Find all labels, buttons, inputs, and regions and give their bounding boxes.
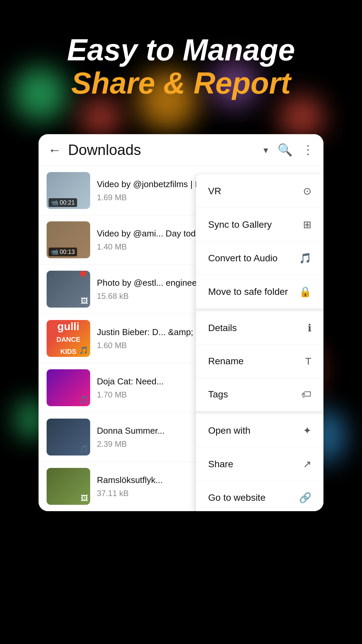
header-line2: Share & Report [0,67,362,100]
menu-icon-tags: 🏷 [301,389,311,400]
menu-label-vr: VR [208,186,221,197]
context-menu: VR⊙Sync to Gallery⊞Convert to Audio🎵Move… [196,174,323,511]
menu-item-website[interactable]: Go to website🔗 [196,481,323,511]
menu-icon-vr: ⊙ [303,185,311,197]
thumbnail: gulliDANCEKIDS 🎵 [47,320,90,357]
menu-icon-safe: 🔒 [299,286,311,298]
audio-icon: 🎵 [79,346,88,355]
dropdown-icon[interactable]: ▾ [263,145,268,156]
photo-icon: 🖼 [81,494,88,503]
menu-icon-details: ℹ [308,322,311,334]
photo-icon: 🖼 [81,297,88,306]
header-section: Easy to Manage Share & Report [0,34,362,100]
menu-label-share: Share [208,459,233,470]
thumbnail: 📹00:21 [47,172,90,209]
main-card: ← Downloads ▾ 🔍 ⋮ 📹00:21Video by @jonbet… [39,134,323,511]
menu-item-open[interactable]: Open with✦ [196,414,323,447]
menu-icon-rename: T [305,356,311,367]
header-line1: Easy to Manage [0,34,362,67]
menu-icon-audio: 🎵 [299,252,311,264]
menu-item-tags[interactable]: Tags🏷 [196,378,323,411]
menu-label-open: Open with [208,425,250,436]
thumbnail: 🖼 [47,468,90,505]
toolbar: ← Downloads ▾ 🔍 ⋮ [39,134,323,166]
menu-divider [196,309,323,311]
menu-label-sync: Sync to Gallery [208,219,272,230]
audio-icon: 🎵 [79,395,88,404]
duration-badge: 📹00:13 [49,248,77,256]
menu-label-details: Details [208,323,237,333]
menu-item-details[interactable]: Detailsℹ [196,311,323,345]
menu-label-tags: Tags [208,389,228,400]
more-menu-icon[interactable]: ⋮ [302,143,314,157]
menu-item-safe[interactable]: Move to safe folder🔒 [196,275,323,309]
menu-item-sync[interactable]: Sync to Gallery⊞ [196,208,323,241]
menu-item-audio[interactable]: Convert to Audio🎵 [196,241,323,275]
search-icon[interactable]: 🔍 [278,143,293,157]
page-title: Downloads [68,142,263,158]
menu-item-share[interactable]: Share↗ [196,447,323,481]
duration-badge: 📹00:21 [49,198,77,207]
notification-dot [80,271,86,277]
menu-label-website: Go to website [208,492,265,503]
audio-icon: 🎵 [79,445,88,453]
thumbnail: 📹00:13 [47,221,90,258]
menu-item-rename[interactable]: RenameT [196,345,323,378]
menu-icon-share: ↗ [303,458,311,470]
menu-item-vr[interactable]: VR⊙ [196,174,323,208]
menu-icon-sync: ⊞ [303,219,311,230]
back-button[interactable]: ← [48,143,61,158]
menu-label-audio: Convert to Audio [208,253,278,264]
thumbnail: 🎵 [47,419,90,455]
thumbnail: 🎵 [47,369,90,406]
menu-label-rename: Rename [208,356,244,367]
menu-label-safe: Move to safe folder [208,286,288,297]
menu-divider [196,411,323,414]
menu-icon-website: 🔗 [299,492,311,503]
menu-icon-open: ✦ [303,425,311,436]
